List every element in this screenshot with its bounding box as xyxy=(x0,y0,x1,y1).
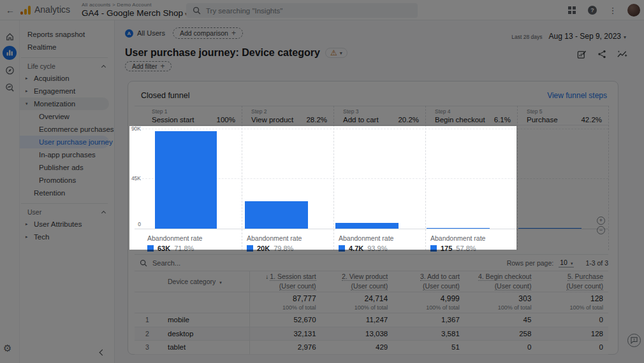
sidebar-section-header[interactable]: User xyxy=(20,206,114,218)
share-icon[interactable] xyxy=(596,48,608,60)
sidebar-item-in-app-purchases[interactable]: In-app purchases xyxy=(20,148,109,161)
abandonment-label-group: Abandonment rate20K79.8% xyxy=(247,234,302,252)
step-name-row: Begin checkout6.1% xyxy=(435,116,511,124)
sidebar-item-user-attributes[interactable]: ▸User Attributes xyxy=(20,218,109,231)
sidebar-divider xyxy=(21,203,108,204)
feedback-icon[interactable] xyxy=(627,334,641,347)
column-header-metric[interactable]: 5. Purchase(User count) xyxy=(536,272,608,291)
table-row[interactable]: 3tablet2,9764295100 xyxy=(135,341,608,355)
y-axis-tick-label: 90K xyxy=(128,125,141,132)
totals-value: 303100% of total xyxy=(465,294,537,311)
sidebar-section-header[interactable]: Life cycle xyxy=(20,60,114,72)
date-range-picker[interactable]: Last 28 days Aug 13 - Sep 9, 2023▾ xyxy=(511,32,626,41)
sidebar-item-label: Reports snapshot xyxy=(27,31,85,38)
sidebar-item-overview[interactable]: Overview xyxy=(20,110,109,123)
row-dimension-value: tablet xyxy=(160,343,249,351)
funnel-bar[interactable] xyxy=(245,201,308,229)
sidebar-item-label: Retention xyxy=(34,189,65,197)
funnel-step-header[interactable]: Step 4Begin checkout6.1% xyxy=(425,106,517,126)
sidebar-item-reports-snapshot[interactable]: Reports snapshot xyxy=(20,28,109,41)
sidebar-item-label: Tech xyxy=(34,233,49,241)
sidebar-item-realtime[interactable]: Realtime xyxy=(20,41,109,53)
advertising-icon[interactable] xyxy=(3,80,17,94)
totals-value: 24,714100% of total xyxy=(321,294,393,311)
column-header-device-category[interactable]: Device category▾ xyxy=(160,278,249,285)
step-number-label: Step 4 xyxy=(435,108,511,115)
legend-square-icon xyxy=(430,245,437,252)
search-input[interactable]: Try searching "Insights" xyxy=(186,3,418,18)
apps-grid-icon[interactable] xyxy=(566,4,578,16)
analytics-logo-icon xyxy=(20,4,31,16)
help-icon[interactable]: ? xyxy=(587,4,598,16)
abandonment-value-row: 4.7K93.9% xyxy=(339,245,393,252)
sidebar-item-user-purchase-journey[interactable]: User purchase journey xyxy=(20,136,109,148)
table-search-input[interactable]: Search... xyxy=(152,259,180,267)
table-row[interactable]: 2desktop32,13113,0383,581258128 xyxy=(135,327,608,341)
step-name-row: Add to cart20.2% xyxy=(343,116,419,124)
sidebar-item-acquisition[interactable]: ▸Acquisition xyxy=(20,72,109,85)
customize-report-icon[interactable] xyxy=(576,48,587,60)
column-header-metric[interactable]: ↓1. Session start(User count) xyxy=(249,272,321,292)
sidebar-item-tech[interactable]: ▸Tech xyxy=(20,231,109,243)
admin-gear-icon[interactable]: ⚙ xyxy=(3,343,11,354)
zoom-out-icon[interactable]: − xyxy=(597,226,605,234)
chevron-down-icon: ▾ xyxy=(340,50,342,56)
column-header-label: 2. View product xyxy=(342,273,388,281)
funnel-step-header[interactable]: Step 1Session start100% xyxy=(142,106,242,126)
funnel-step-header-row: Step 1Session start100%Step 2View produc… xyxy=(135,106,608,125)
legend-square-icon xyxy=(339,245,345,252)
column-header-metric[interactable]: 3. Add to cart(User count) xyxy=(393,272,465,291)
column-header-label: 3. Add to cart xyxy=(420,273,460,281)
sidebar-item-label: Acquisition xyxy=(34,75,70,82)
all-users-segment-chip[interactable]: A All Users xyxy=(125,29,165,38)
explore-icon[interactable] xyxy=(3,63,17,77)
funnel-step-header[interactable]: Step 5Purchase42.2% xyxy=(517,106,608,126)
page-title: User purchase journey: Device category xyxy=(125,47,320,59)
add-comparison-button[interactable]: Add comparison + xyxy=(173,27,243,39)
avatar[interactable] xyxy=(627,4,640,17)
zoom-in-icon[interactable]: + xyxy=(597,217,605,225)
chevron-up-icon xyxy=(101,211,106,215)
funnel-bar[interactable] xyxy=(335,223,399,229)
sidebar-item-ecommerce-purchases[interactable]: Ecommerce purchases xyxy=(20,123,109,136)
table-column-divider xyxy=(249,271,250,354)
totals-number: 24,714 xyxy=(321,294,388,303)
kebab-menu-icon[interactable]: ⋮ xyxy=(607,4,618,16)
property-selector[interactable]: All accounts > Demo Account GA4 - Google… xyxy=(82,2,188,18)
rows-per-page-select[interactable]: 10▾ xyxy=(559,259,574,267)
sidebar-item-engagement[interactable]: ▸Engagement xyxy=(20,85,109,97)
home-icon[interactable] xyxy=(3,29,17,43)
reports-icon[interactable] xyxy=(3,46,17,60)
sidebar-item-promotions[interactable]: Promotions xyxy=(20,174,109,187)
chevron-up-icon xyxy=(101,65,106,69)
step-name: Purchase xyxy=(527,116,558,124)
pagination-status: 1-3 of 3 xyxy=(585,259,608,267)
add-filter-button[interactable]: Add filter + xyxy=(125,61,172,71)
funnel-bar[interactable] xyxy=(155,131,217,229)
table-row[interactable]: 1mobile52,67011,2471,367450 xyxy=(135,313,608,327)
funnel-step-header[interactable]: Step 2View product28.2% xyxy=(242,106,333,126)
row-metric-value: 3,581 xyxy=(393,330,465,338)
collapse-sidebar-icon[interactable] xyxy=(96,348,106,358)
view-funnel-steps-link[interactable]: View funnel steps xyxy=(547,91,607,100)
abandonment-rate-label: Abandonment rate xyxy=(147,234,202,242)
row-metric-value: 429 xyxy=(321,343,393,351)
app-bar: ← Analytics All accounts > Demo Account … xyxy=(0,0,644,20)
insights-icon[interactable] xyxy=(617,48,628,60)
totals-value: 4,999100% of total xyxy=(393,294,465,311)
totals-percent-note: 100% of total xyxy=(536,304,603,311)
column-header-metric[interactable]: 2. View product(User count) xyxy=(321,272,393,291)
sidebar-item-publisher-ads[interactable]: Publisher ads xyxy=(20,161,109,174)
sidebar-item-label: Publisher ads xyxy=(39,164,84,171)
data-quality-warning-button[interactable]: ⚠ ▾ xyxy=(325,48,348,58)
sidebar-item-retention[interactable]: Retention xyxy=(20,187,109,199)
funnel-step-header[interactable]: Step 3Add to cart20.2% xyxy=(333,106,425,126)
step-name: Add to cart xyxy=(343,116,379,124)
sidebar-item-label: User Attributes xyxy=(34,220,82,228)
column-header-metric[interactable]: 4. Begin checkout(User count) xyxy=(465,272,537,291)
column-header-subtext: (User count) xyxy=(279,282,316,290)
sidebar-item-monetization[interactable]: ▾Monetization xyxy=(20,97,109,110)
step-name: Session start xyxy=(152,116,194,124)
sidebar-nav: Reports snapshotRealtimeLife cycle▸Acqui… xyxy=(19,20,115,363)
back-icon[interactable]: ← xyxy=(4,4,17,17)
